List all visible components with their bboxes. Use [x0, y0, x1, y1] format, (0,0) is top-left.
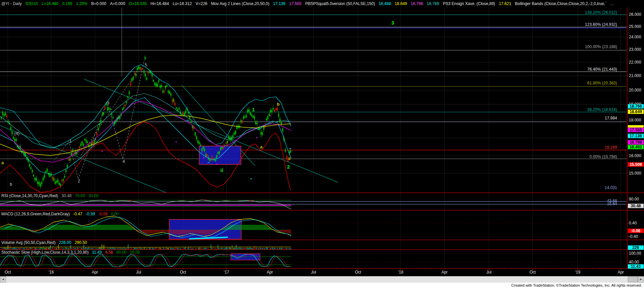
wave-label: 3: [391, 20, 394, 25]
scroll-right-arrow-icon[interactable]: ►: [638, 276, 644, 283]
price-badge: 18.766: [628, 104, 644, 109]
axis-tick-label: 16.000: [629, 154, 641, 158]
time-axis-label: Oct: [180, 270, 186, 274]
wave-label: a: [1, 160, 4, 165]
time-axis-label: '19: [575, 270, 580, 274]
axis-tick-label: 100.00: [629, 251, 641, 255]
volume-indicator-label: Volume Avg (50,50,Cyan,Red)226.00290.50: [1, 240, 87, 245]
macd-label-segment: 0.00: [111, 212, 118, 216]
time-axis-label: Apr: [92, 270, 98, 274]
price-badge: 15.506: [628, 163, 644, 167]
time-axis-label: '17: [224, 270, 229, 274]
title-segment: 18.649: [395, 1, 407, 6]
price-level-label: 16.289: [605, 145, 617, 149]
scrollbar-thumb[interactable]: [628, 277, 638, 282]
time-axis-label: Jul: [136, 270, 141, 274]
time-axis-label: Oct: [355, 270, 361, 274]
rsi-label-segment: 30.00: [88, 193, 99, 198]
price-level-label: 76.40% (21.443): [587, 67, 617, 71]
price-badge: 16.798: [628, 140, 644, 145]
title-segment: 16.789: [427, 1, 439, 6]
axis-tick-label: 26.000: [629, 12, 641, 16]
title-segment: 17.555: [289, 1, 301, 6]
macd-label-segment: -0.47: [73, 212, 82, 216]
title-segment: ...: [610, 1, 613, 6]
price-level-label: 38.20% (18.618): [587, 108, 617, 112]
horizontal-scrollbar[interactable]: ◄ ►: [0, 276, 644, 283]
chart-canvas: [0, 0, 644, 288]
wave-label: b: [10, 182, 12, 186]
stochastic-indicator-label: Stochastic Slow (High,Low,Close,14,3,3,1…: [1, 250, 140, 255]
wave-label: i: [144, 55, 146, 60]
title-segment: PS3 Ensign Xave. (Close,89): [443, 1, 495, 6]
wave-label: 2: [287, 164, 290, 169]
volume-label-segment: 290.50: [75, 240, 87, 245]
rsi-label-segment: 70.00: [75, 193, 85, 198]
time-axis-label: Apr: [618, 270, 624, 274]
rsi-indicator-label: RSI (Close,14,30,70,Cyan,Red)30.4870.003…: [1, 193, 99, 198]
macd-indicator-label: MACD (12,26,9,Green,Red,DarkGray)-0.47-0…: [1, 212, 119, 216]
wave-label: 2: [78, 179, 80, 183]
title-segment: L=16.460: [42, 1, 59, 6]
price-level-label: 17.984: [605, 116, 617, 120]
time-axis-label: Apr: [267, 270, 273, 274]
rsi-label-segment: RSI (Close,14,30,70,Cyan,Red): [1, 193, 58, 198]
scroll-left-arrow-icon[interactable]: ◄: [0, 276, 6, 283]
price-badge: 11.43: [628, 264, 644, 269]
price-level-label: 0.00% (15.794): [589, 155, 617, 159]
title-segment: Bollinger Bands (Close,Close,Close,20,2,…: [515, 1, 606, 6]
axis-tick-label: -0.40: [629, 235, 638, 239]
time-axis-label: Oct: [530, 270, 536, 274]
price-badge: 16.402: [628, 145, 644, 149]
price-level-label: 14.031: [605, 186, 617, 190]
axis-tick-label: 15.000: [629, 171, 641, 175]
title-segment: ICEUS: [26, 1, 38, 6]
title-segment: 16.488: [379, 1, 391, 6]
price-level-label: 123.60% (24.932): [585, 23, 617, 27]
axis-tick-label: 90.00: [629, 197, 639, 201]
title-segment: Lo=16.312: [173, 1, 192, 6]
wave-label: 5: [145, 63, 147, 67]
price-badge: 18.649: [628, 110, 644, 114]
status-bar: Created with TradeStation. ©TradeStation…: [0, 283, 644, 288]
time-axis-label: Jul: [486, 270, 491, 274]
price-badge: 17.136: [628, 134, 644, 138]
volume-label-segment: Volume Avg (50,50,Cyan,Red): [1, 240, 56, 245]
title-segment: B=0.000: [91, 1, 106, 6]
title-segment: 17.621: [499, 1, 511, 6]
axis-tick-label: 25.000: [629, 25, 641, 29]
macd-label-segment: -0.39: [86, 212, 95, 216]
title-segment: O=16.335: [129, 1, 147, 6]
wave-label: 1: [69, 139, 72, 143]
price-level-label: 15.64: [607, 202, 617, 206]
macd-label-segment: MACD (12,26,9,Green,Red,DarkGray): [1, 212, 70, 216]
title-segment: 17.136: [273, 1, 286, 6]
axis-tick-label: 23.000: [629, 47, 641, 51]
stochastic-label-segment: 6.56: [105, 250, 113, 255]
stochastic-label-segment: Stochastic Slow (High,Low,Close,14,3,3,1…: [1, 250, 88, 255]
time-axis-label: Jul: [311, 270, 316, 274]
price-level-label: 61.80% (20.363): [587, 81, 617, 85]
title-segment: @YI - Daily: [1, 1, 22, 6]
axis-tick-label: 20.000: [629, 88, 641, 92]
time-axis-label: '18: [398, 270, 403, 274]
wave-label: (4): [14, 131, 20, 136]
title-segment: Mov Avg 2 Lines (Close,20,50,0): [211, 1, 269, 6]
title-segment: 0.195: [62, 1, 72, 6]
wave-label: 1: [252, 107, 255, 112]
axis-tick-label: 0.40: [629, 221, 637, 225]
axis-tick-label: 40.00: [629, 260, 639, 264]
title-segment: A=0.000: [110, 1, 125, 6]
price-badge: -0.08: [628, 229, 644, 233]
time-axis-label: Apr: [441, 270, 448, 274]
time-axis-label: '16: [48, 270, 54, 274]
title-segment: 1.20%: [76, 1, 87, 6]
volume-label-segment: 226.00: [59, 240, 71, 245]
title-segment: 16.798: [411, 1, 423, 6]
macd-label-segment: -0.08: [98, 212, 107, 216]
price-level-label: 100.00% (23.188): [585, 45, 617, 49]
time-axis-label: Oct: [5, 270, 11, 274]
tradestation-chart-window: @YI - DailyICEUSL=16.4600.1951.20%B=0.00…: [0, 0, 644, 288]
title-segment: V=226: [195, 1, 207, 6]
title-segment: Hi=16.484: [150, 1, 169, 6]
